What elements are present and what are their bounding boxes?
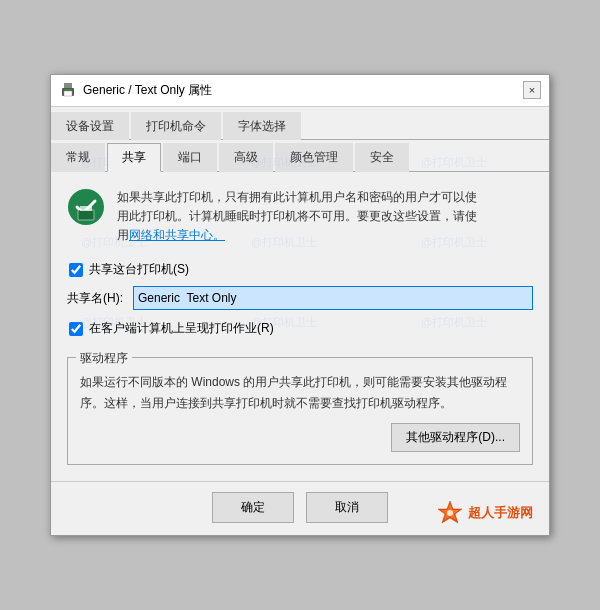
logo-icon [436,499,464,527]
bottom-bar: 确定 取消 超人手游网 [51,481,549,535]
bottom-logo: 超人手游网 [436,499,533,527]
share-name-row: 共享名(H): [67,286,533,310]
tab-general[interactable]: 常规 [51,143,105,172]
printer-icon [59,81,77,99]
tab-row-top: 设备设置 打印机命令 字体选择 [51,107,549,140]
render-jobs-label: 在客户端计算机上呈现打印作业(R) [89,320,274,337]
shield-printer-icon [67,188,105,229]
render-jobs-checkbox[interactable] [69,322,83,336]
svg-point-9 [447,510,453,516]
tab-security[interactable]: 安全 [355,143,409,172]
share-name-input[interactable] [133,286,533,310]
tab-color-management[interactable]: 颜色管理 [275,143,353,172]
drivers-section: 驱动程序 如果运行不同版本的 Windows 的用户共享此打印机，则可能需要安装… [67,357,533,465]
drivers-btn-row: 其他驱动程序(D)... [80,423,520,452]
cancel-button[interactable]: 取消 [306,492,388,523]
network-sharing-link[interactable]: 网络和共享中心。 [129,228,225,242]
share-printer-label: 共享这台打印机(S) [89,261,189,278]
svg-rect-6 [80,206,92,211]
share-printer-checkbox[interactable] [69,263,83,277]
tab-printer-command[interactable]: 打印机命令 [131,112,221,140]
tab-advanced[interactable]: 高级 [219,143,273,172]
other-drivers-button[interactable]: 其他驱动程序(D)... [391,423,520,452]
ok-button[interactable]: 确定 [212,492,294,523]
tab-sharing[interactable]: 共享 [107,143,161,172]
main-window: Generic / Text Only 属性 × 设备设置 打印机命令 字体选择… [50,74,550,536]
drivers-description: 如果运行不同版本的 Windows 的用户共享此打印机，则可能需要安装其他驱动程… [80,372,520,413]
tab-row-bottom: 常规 共享 端口 高级 颜色管理 安全 [51,140,549,172]
content-area: @打印机卫士 @打印机卫士 @打印机卫士 @打印机卫士 @打印机卫士 @打印机卫… [51,172,549,481]
title-bar-left: Generic / Text Only 属性 [59,81,212,99]
share-name-label: 共享名(H): [67,290,123,307]
info-text: 如果共享此打印机，只有拥有此计算机用户名和密码的用户才可以使用此打印机。计算机睡… [117,188,477,246]
info-text-content: 如果共享此打印机，只有拥有此计算机用户名和密码的用户才可以使用此打印机。计算机睡… [117,190,477,242]
close-button[interactable]: × [523,81,541,99]
tab-font-selection[interactable]: 字体选择 [223,112,301,140]
window-inner: Generic / Text Only 属性 × 设备设置 打印机命令 字体选择… [51,75,549,535]
svg-rect-2 [64,91,72,96]
svg-rect-3 [64,89,72,90]
svg-rect-5 [78,210,94,220]
title-bar: Generic / Text Only 属性 × [51,75,549,107]
render-jobs-row: 在客户端计算机上呈现打印作业(R) [69,320,533,337]
share-printer-row: 共享这台打印机(S) [69,261,533,278]
tab-device-settings[interactable]: 设备设置 [51,112,129,140]
svg-rect-1 [64,83,72,88]
info-section: 如果共享此打印机，只有拥有此计算机用户名和密码的用户才可以使用此打印机。计算机睡… [67,188,533,246]
drivers-legend: 驱动程序 [76,350,132,367]
window-title: Generic / Text Only 属性 [83,82,212,99]
logo-text: 超人手游网 [468,504,533,522]
tab-ports[interactable]: 端口 [163,143,217,172]
